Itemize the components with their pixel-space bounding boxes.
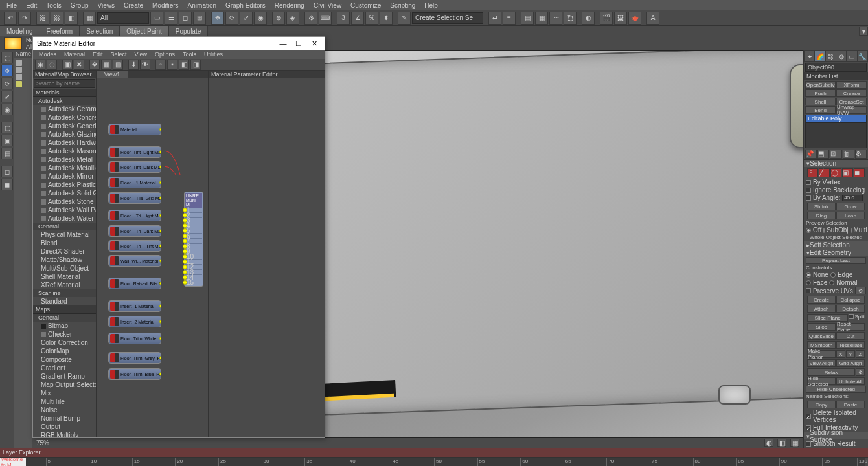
mod-bend-button[interactable]: Bend xyxy=(805,106,836,114)
display-tab-icon[interactable]: ▭ xyxy=(847,51,856,61)
list-item[interactable]: Autodesk Hardwood xyxy=(33,139,96,147)
grid-align-button[interactable]: Grid Align xyxy=(836,359,865,367)
list-item[interactable]: DirectX Shader xyxy=(33,247,96,256)
material-node[interactable]: Insert_1 Material xyxy=(108,300,161,312)
v-edit-b[interactable]: ◼ xyxy=(1,179,13,190)
edit-named-sel-button[interactable]: ✎ xyxy=(398,12,411,25)
subcat-general[interactable]: General xyxy=(33,223,96,230)
ribbon-freeform-tab[interactable]: Freeform xyxy=(40,26,80,36)
minimize-icon[interactable]: — xyxy=(277,39,290,48)
subcat-autodesk[interactable]: Autodesk xyxy=(33,97,96,105)
modifier-stack[interactable]: Editable Poly xyxy=(805,115,867,148)
link-button[interactable]: ⛓ xyxy=(36,12,49,25)
slate-menu-utilities[interactable]: Utilities xyxy=(201,51,226,58)
edge-subobj-button[interactable]: ╱ xyxy=(819,168,830,177)
keyboard-button[interactable]: ⌨ xyxy=(319,12,332,25)
window-crossing-button[interactable]: ⊞ xyxy=(193,12,206,25)
repeat-last-button[interactable]: Repeat Last xyxy=(806,257,866,264)
cut-button[interactable]: Cut xyxy=(836,332,865,340)
tessellate-button[interactable]: Tessellate xyxy=(836,341,865,349)
cat-materials[interactable]: Materials xyxy=(33,89,96,97)
mod-unwrap-button[interactable]: Unwrap UVW xyxy=(836,106,867,114)
mod-xform-button[interactable]: XForm xyxy=(836,81,867,89)
v-snap-c[interactable]: ▤ xyxy=(1,148,13,159)
paint-brush-icon[interactable] xyxy=(4,37,22,50)
selection-filter-dropdown[interactable]: All xyxy=(97,12,149,24)
list-item[interactable]: Blend xyxy=(33,239,96,247)
list-item[interactable]: RGB Multiply xyxy=(33,431,96,437)
ribbon-populate-tab[interactable]: Populate xyxy=(169,26,208,36)
v-snap-a[interactable]: ▢ xyxy=(1,122,13,133)
select-rotate-button[interactable]: ⟳ xyxy=(225,12,238,25)
menu-rendering[interactable]: Rendering xyxy=(271,2,308,9)
mirror-button[interactable]: ⇄ xyxy=(488,12,501,25)
ignore-backfacing-checkbox[interactable] xyxy=(806,188,811,193)
material-node[interactable]: Floor_Trim_Blue_P... Material xyxy=(108,368,161,380)
slate-menu-view[interactable]: View xyxy=(131,51,150,58)
off-radio[interactable] xyxy=(806,228,811,233)
motion-tab-icon[interactable]: ⊚ xyxy=(836,51,846,61)
slate-menu-modes[interactable]: Modes xyxy=(36,51,60,58)
reset-plane-button[interactable]: Reset Plane xyxy=(836,323,865,331)
scale-tool[interactable]: ⤢ xyxy=(1,91,13,102)
modifier-list-dropdown[interactable]: Modifier List xyxy=(804,72,868,80)
object-name-input[interactable]: Object090 xyxy=(805,63,867,72)
mod-push-button[interactable]: Push xyxy=(805,89,836,97)
poly-subobj-button[interactable]: ▣ xyxy=(842,168,853,177)
by-vertex-checkbox[interactable] xyxy=(806,180,811,185)
unlink-button[interactable]: ⛓ xyxy=(51,12,63,25)
list-item[interactable]: Color Correction xyxy=(33,338,96,347)
menu-modifiers[interactable]: Modifiers xyxy=(148,2,183,9)
mod-crease-button[interactable]: Crease xyxy=(836,89,867,97)
close-icon[interactable]: ✕ xyxy=(308,39,321,48)
schematic-view-button[interactable]: ⿻ xyxy=(564,12,577,25)
mod-opensubdiv-button[interactable]: OpenSubdiv xyxy=(805,81,836,89)
tree-node-icon[interactable] xyxy=(16,81,22,87)
menu-tools[interactable]: Tools xyxy=(42,2,65,9)
unhide-all-button[interactable]: Unhide All xyxy=(836,377,865,385)
render-setup-button[interactable]: 🎬 xyxy=(600,12,613,25)
attach-button[interactable]: Attach xyxy=(807,305,836,313)
preserve-uvs-checkbox[interactable] xyxy=(806,288,811,293)
percent-snap-button[interactable]: % xyxy=(365,12,378,25)
slate-pick-icon[interactable]: ◉ xyxy=(35,60,45,70)
list-item[interactable]: Physical Material xyxy=(33,230,96,239)
named-selection-dropdown[interactable]: Create Selection Se xyxy=(412,12,483,24)
modify-tab-icon[interactable]: 🌈 xyxy=(815,51,825,61)
copy-button[interactable]: Copy xyxy=(807,401,836,408)
constraint-normal-radio[interactable] xyxy=(829,280,834,285)
slate-titlebar[interactable]: Slate Material Editor — ☐ ✕ xyxy=(33,37,325,50)
material-node[interactable]: Floor__Tri_Dark Material xyxy=(108,225,161,237)
quickslice-button[interactable]: QuickSlice xyxy=(807,332,836,340)
create-tab-icon[interactable]: ✦ xyxy=(805,51,814,61)
constraint-face-radio[interactable] xyxy=(806,280,811,285)
hierarchy-tab-icon[interactable]: ⛓ xyxy=(826,51,836,61)
subobj-radio[interactable] xyxy=(823,228,825,233)
smooth-result-checkbox[interactable] xyxy=(806,441,811,447)
material-node[interactable]: Floor__Tri_Light Material xyxy=(108,210,161,221)
manipulate-button[interactable]: ⚙ xyxy=(304,12,317,25)
element-subobj-button[interactable]: ◼ xyxy=(854,168,865,177)
slate-opt-a-icon[interactable]: ▫ xyxy=(155,60,166,70)
list-item[interactable]: Autodesk Ceramic xyxy=(33,105,96,113)
multi-radio[interactable] xyxy=(851,228,852,233)
list-item[interactable]: Normal Bump xyxy=(33,414,96,423)
slate-layout-icon[interactable]: ▦ xyxy=(101,60,111,70)
maxscript-listener[interactable]: Welcome to M xyxy=(0,458,26,466)
ribbon-minimize-button[interactable]: ▾ xyxy=(859,27,868,36)
detach-button[interactable]: Detach xyxy=(836,305,865,313)
cat-maps[interactable]: Maps xyxy=(33,305,96,314)
menu-animation[interactable]: Animation xyxy=(184,2,220,9)
menu-graph-editors[interactable]: Graph Editors xyxy=(222,2,269,9)
material-node[interactable]: Floor__1 Material xyxy=(108,177,161,188)
hide-selected-button[interactable]: Hide Selected xyxy=(807,377,836,385)
split-checkbox[interactable] xyxy=(849,314,854,319)
shrink-button[interactable]: Shrink xyxy=(807,203,836,210)
make-planar-button[interactable]: Make Planar xyxy=(807,350,836,358)
slate-view-tab[interactable]: View1 xyxy=(97,71,128,78)
rollout-selection-header[interactable]: ▾ Selection xyxy=(804,159,868,167)
delete-iso-checkbox[interactable] xyxy=(806,414,811,419)
slate-menu-select[interactable]: Select xyxy=(108,51,130,58)
paste-button[interactable]: Paste xyxy=(836,401,865,408)
list-item[interactable]: Autodesk Masonry C... xyxy=(33,147,96,155)
